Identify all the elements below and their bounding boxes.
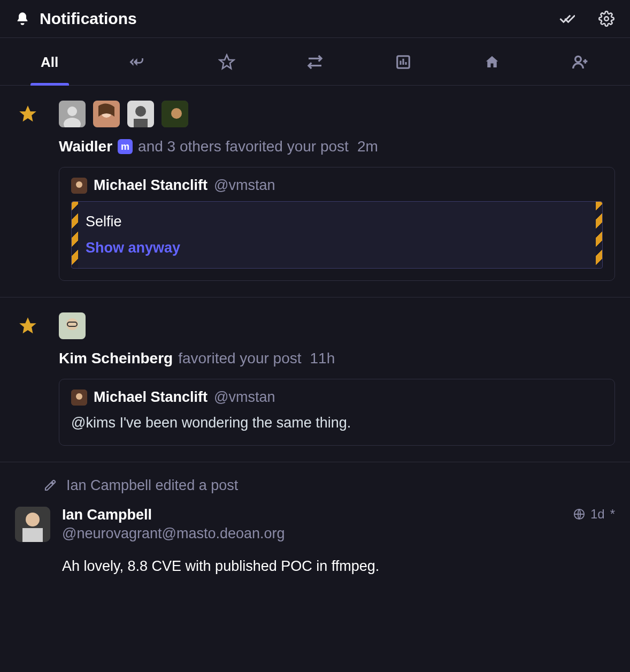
referenced-post[interactable]: Michael Stanclift @vmstan Selfie Show an… (59, 167, 615, 281)
notification-favorite[interactable]: Kim Scheinberg favorited your post 11h M… (0, 297, 630, 462)
post-author: Michael Stanclift @vmstan (71, 389, 603, 406)
notif-type-indicator (12, 312, 44, 446)
tab-boosts[interactable] (271, 38, 359, 85)
avatar[interactable] (162, 101, 188, 127)
avatar[interactable] (93, 101, 120, 127)
avatar[interactable] (59, 312, 86, 339)
bell-icon (15, 11, 30, 26)
home-icon (484, 54, 500, 70)
post-author: Ian Campbell @neurovagrant@masto.deoan.o… (62, 507, 615, 542)
summary-text: and 3 others favorited your post (138, 138, 349, 155)
post-meta: 1d * (573, 507, 615, 522)
actor-avatars (59, 312, 615, 339)
actor-name[interactable]: Waidler (59, 138, 112, 155)
svg-point-19 (76, 393, 82, 400)
avatar[interactable] (15, 507, 50, 542)
edit-summary: Ian Campbell edited a post (15, 477, 615, 494)
notif-summary: Waidler m and 3 others favorited your po… (59, 138, 615, 155)
svg-rect-10 (134, 119, 148, 127)
cw-label: Selfie (86, 213, 588, 230)
avatar[interactable] (71, 178, 87, 194)
svg-point-16 (66, 318, 78, 330)
header-actions (558, 10, 615, 27)
svg-point-14 (76, 181, 82, 188)
tab-mentions[interactable] (94, 38, 182, 85)
mark-read-button[interactable] (558, 10, 575, 27)
actor-avatars (59, 101, 615, 127)
settings-button[interactable] (598, 10, 615, 27)
timestamp: 11h (310, 350, 335, 367)
timestamp: 2m (357, 138, 378, 155)
post-author-name[interactable]: Michael Stanclift (94, 177, 208, 194)
svg-point-12 (171, 108, 182, 119)
avatar[interactable] (127, 101, 154, 127)
pencil-icon (44, 479, 57, 492)
post-author-handle[interactable]: @vmstan (214, 177, 275, 194)
tab-all-label: All (41, 54, 58, 71)
notification-favorite[interactable]: Waidler m and 3 others favorited your po… (0, 86, 630, 297)
filter-tabs: All (0, 38, 630, 86)
svg-point-4 (67, 106, 77, 116)
edited-indicator: * (610, 507, 615, 522)
svg-point-0 (604, 17, 609, 21)
tab-home[interactable] (448, 38, 536, 85)
avatar[interactable] (59, 101, 86, 127)
post-author-handle[interactable]: @vmstan (214, 389, 275, 406)
person-add-icon (572, 54, 589, 71)
svg-point-2 (575, 56, 581, 62)
actor-name[interactable]: Kim Scheinberg (59, 350, 173, 367)
edit-summary-text: Ian Campbell edited a post (66, 477, 238, 494)
mastodon-badge-icon: m (118, 139, 133, 154)
boost-icon (306, 54, 324, 71)
svg-point-21 (26, 513, 40, 526)
post-text: @kims I've been wondering the same thing… (71, 413, 603, 433)
notif-type-indicator (12, 101, 44, 281)
summary-text: favorited your post (178, 350, 301, 367)
notif-content: Kim Scheinberg favorited your post 11h M… (59, 312, 615, 446)
tab-all[interactable]: All (5, 38, 94, 85)
reply-icon (129, 53, 147, 71)
edited-post: Ian Campbell @neurovagrant@masto.deoan.o… (15, 507, 615, 575)
header: Notifications (0, 0, 630, 38)
svg-point-9 (135, 106, 146, 117)
content-warning: Selfie Show anyway (71, 201, 603, 269)
show-anyway-button[interactable]: Show anyway (86, 240, 588, 256)
post-text: Ah lovely, 8.8 CVE with published POC in… (62, 558, 615, 575)
post-author-name[interactable]: Ian Campbell (62, 507, 285, 523)
page-title-text: Notifications (40, 10, 137, 28)
star-filled-icon (18, 104, 38, 281)
poll-icon (395, 54, 411, 70)
globe-icon (573, 508, 585, 520)
timestamp: 1d (590, 507, 605, 522)
tab-favorites[interactable] (182, 38, 271, 85)
post-author: Michael Stanclift @vmstan (71, 177, 603, 194)
cw-stripe-icon (596, 202, 602, 268)
notif-summary: Kim Scheinberg favorited your post 11h (59, 350, 615, 367)
post-author-handle[interactable]: @neurovagrant@masto.deoan.org (62, 525, 285, 542)
star-filled-icon (18, 316, 38, 446)
notif-content: Waidler m and 3 others favorited your po… (59, 101, 615, 281)
star-icon (218, 54, 235, 71)
avatar[interactable] (71, 390, 87, 406)
tab-polls[interactable] (359, 38, 448, 85)
post-author-name[interactable]: Michael Stanclift (94, 389, 208, 406)
svg-rect-22 (22, 528, 43, 542)
cw-stripe-icon (72, 202, 78, 268)
tab-follows[interactable] (536, 38, 625, 85)
page-title: Notifications (15, 10, 558, 28)
referenced-post[interactable]: Michael Stanclift @vmstan @kims I've bee… (59, 379, 615, 446)
notification-edit[interactable]: Ian Campbell edited a post Ian Campbell … (0, 462, 630, 582)
